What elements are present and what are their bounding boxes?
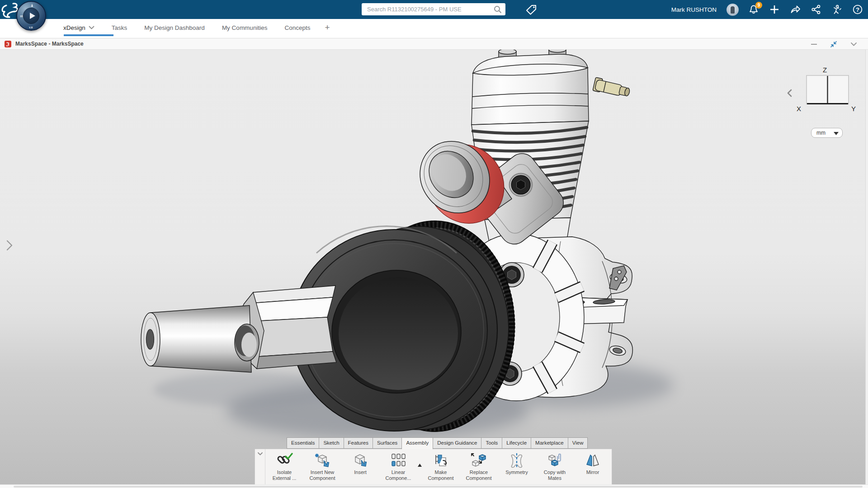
tool-copy-with-mates[interactable]: Copy with Mates: [536, 451, 574, 484]
ribbon-tab-strip: Essentials Sketch Features Surfaces Asse…: [287, 437, 588, 449]
units-value: mm: [816, 130, 826, 136]
tool-label: Component: [466, 475, 492, 481]
tool-label: Mates: [548, 475, 561, 481]
tool-label: External ...: [273, 475, 297, 481]
ribbon-tab-features[interactable]: Features: [344, 437, 373, 449]
play-icon: [30, 13, 35, 19]
linear-component-pattern-icon: [390, 451, 407, 469]
ribbon-tab-tools[interactable]: Tools: [481, 437, 502, 449]
horizontal-scrollbar-thumb[interactable]: [14, 486, 863, 488]
tool-label: Component: [428, 475, 454, 481]
model-carb-hex-screw[interactable]: [509, 174, 532, 196]
search-icon[interactable]: [493, 5, 503, 14]
tool-label: Symmetry: [505, 469, 528, 475]
tool-isolate-external[interactable]: Isolate External ...: [265, 451, 303, 484]
ribbon-tab-sketch[interactable]: Sketch: [319, 437, 343, 449]
xdesign-app: Mark RUSHTON 9: [0, 0, 868, 488]
tool-symmetry[interactable]: Symmetry: [498, 451, 536, 484]
collapse-window-button[interactable]: [830, 41, 837, 48]
tool-linear-component-pattern[interactable]: Linear Compone...: [379, 451, 417, 484]
workspace-title: MarksSpace - MarksSpace: [15, 41, 84, 47]
triad-z-label: Z: [823, 66, 827, 74]
tool-insert-new-component[interactable]: Insert New Component: [303, 451, 341, 484]
share-forward-icon[interactable]: [789, 4, 801, 15]
top-header-bar: Mark RUSHTON 9: [0, 0, 868, 19]
header-actions: Mark RUSHTON 9: [671, 0, 863, 19]
tool-label: Isolate: [277, 469, 292, 475]
tool-label: Component: [310, 475, 335, 481]
tab-my-communities[interactable]: My Communities: [222, 24, 268, 31]
linear-pattern-flyout-arrow[interactable]: [417, 446, 422, 484]
insert-new-component-icon: [314, 451, 331, 469]
copy-with-mates-icon: [546, 451, 563, 469]
help-glyph: ?: [856, 6, 859, 13]
orientation-triad[interactable]: [806, 75, 849, 105]
replace-component-icon: [470, 451, 487, 469]
compass-3dexperience-button[interactable]: 3D V.R: [16, 1, 46, 31]
swym-communities-icon[interactable]: [831, 4, 843, 15]
make-component-icon: [432, 451, 449, 469]
horizontal-scrollbar: [0, 484, 868, 488]
dropdown-arrow-icon: [834, 131, 839, 135]
3d-viewport[interactable]: Z X Y mm Essentials Sketch Features Surf…: [0, 50, 868, 488]
tool-replace-component[interactable]: Replace Component: [460, 451, 498, 484]
ribbon-tab-view[interactable]: View: [568, 437, 588, 449]
mirror-icon: [584, 451, 601, 469]
model-fuel-nipple[interactable]: [593, 77, 631, 99]
tool-label: Mirror: [586, 469, 599, 475]
add-content-plus-icon[interactable]: [769, 4, 780, 15]
isolate-external-icon: [276, 451, 293, 469]
user-avatar[interactable]: [726, 4, 739, 16]
toolbar-collapse-chevron[interactable]: [255, 449, 265, 484]
tab-xdesign[interactable]: xDesign: [63, 24, 94, 31]
tag-icon[interactable]: [524, 3, 538, 16]
ribbon-tab-surfaces[interactable]: Surfaces: [373, 437, 401, 449]
ribbon-tab-assembly[interactable]: Assembly: [401, 437, 433, 449]
symmetry-icon: [508, 451, 525, 469]
model-crankshaft[interactable]: [141, 305, 259, 372]
workspace-title-bar: MarksSpace - MarksSpace: [0, 38, 868, 50]
tool-label: Replace: [470, 469, 488, 475]
tool-make-component[interactable]: Make Component: [422, 451, 460, 484]
ribbon-tab-marketplace[interactable]: Marketplace: [531, 437, 568, 449]
compass-needle-icon: [31, 4, 33, 7]
tab-concepts[interactable]: Concepts: [284, 24, 310, 31]
ribbon-tab-lifecycle[interactable]: Lifecycle: [502, 437, 531, 449]
tool-label: Make: [435, 469, 447, 475]
tab-my-design-dashboard[interactable]: My Design Dashboard: [144, 24, 205, 31]
user-name[interactable]: Mark RUSHTON: [671, 6, 717, 13]
help-icon[interactable]: ?: [852, 4, 863, 15]
triad-y-label: Y: [851, 105, 856, 113]
tool-label: Insert New: [311, 469, 335, 475]
notification-badge: 9: [755, 2, 762, 9]
compass-vr-mark: V.R: [29, 26, 33, 29]
xdesign-app-icon: [5, 41, 11, 47]
ribbon-tab-essentials[interactable]: Essentials: [287, 437, 319, 449]
engine-assembly-model[interactable]: [0, 50, 868, 488]
app-tab-bar: xDesign Tasks My Design Dashboard My Com…: [0, 19, 868, 36]
triad-collapse-chevron-icon[interactable]: [786, 89, 793, 98]
assembly-toolbar: Isolate External ... Insert New Componen…: [255, 449, 612, 485]
expand-chevron-button[interactable]: [850, 41, 857, 48]
search-input[interactable]: [362, 3, 505, 15]
ribbon-tab-design-guidance[interactable]: Design Guidance: [433, 437, 481, 449]
tool-insert[interactable]: Insert: [341, 451, 379, 484]
chevron-down-icon[interactable]: [89, 26, 94, 29]
notifications-bell-icon[interactable]: 9: [748, 4, 760, 15]
share-network-icon[interactable]: [810, 4, 822, 15]
tool-label: Compone...: [386, 475, 411, 481]
units-dropdown[interactable]: mm: [811, 128, 843, 138]
tab-tasks[interactable]: Tasks: [112, 24, 127, 31]
add-tab-button[interactable]: +: [325, 23, 330, 33]
tool-label: Insert: [354, 469, 367, 475]
tool-mirror[interactable]: Mirror: [574, 451, 612, 484]
expand-panel-handle[interactable]: [4, 239, 15, 252]
minimize-button[interactable]: [810, 41, 817, 48]
model-cross-hole: [235, 324, 259, 361]
tab-xdesign-label: xDesign: [63, 24, 85, 31]
tool-label: Linear: [392, 469, 406, 475]
viewport-right-edge: [865, 50, 868, 488]
model-cylinder-head[interactable]: [472, 50, 589, 125]
compass-play-button[interactable]: [23, 8, 39, 24]
insert-icon: [352, 451, 369, 469]
